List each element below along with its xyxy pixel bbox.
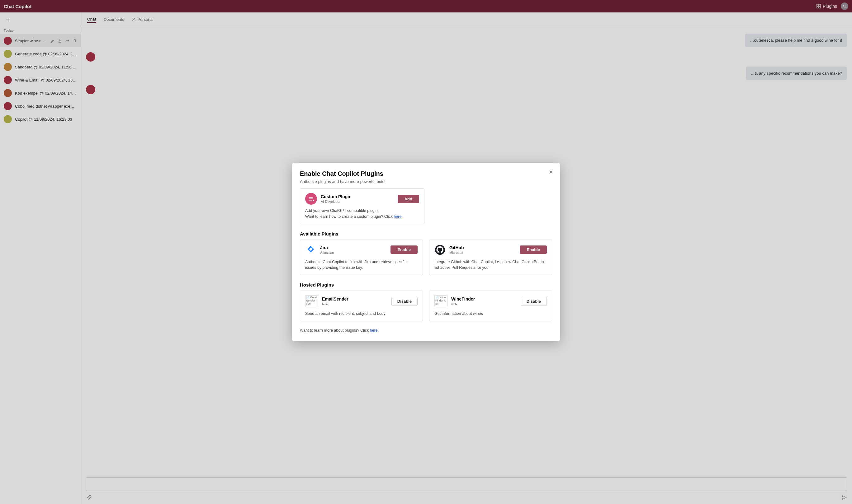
jira-icon (305, 244, 316, 255)
plugin-desc: Integrate Github with Chat Copilot, i.e.… (434, 259, 547, 271)
learn-more-link[interactable]: here (370, 328, 378, 332)
footer-pre: Want to learn more about plugins? Click (300, 328, 370, 332)
plugin-name: WineFinder (451, 296, 517, 302)
svg-point-5 (313, 200, 314, 201)
plugin-publisher: Atlassian (320, 251, 387, 254)
custom-desc-line2-pre: Want to learn how to create a custom plu… (305, 214, 394, 219)
custom-plugin-title: Custom Plugin (321, 194, 394, 199)
custom-desc-line2-post: . (401, 214, 402, 219)
custom-plugin-card: Custom Plugin AI Developer Add Add your … (300, 188, 424, 224)
disable-button[interactable]: Disable (521, 297, 547, 306)
github-icon (434, 244, 446, 255)
plugin-desc: Authorize Chat Copilot to link with Jira… (305, 259, 418, 271)
enable-button[interactable]: Enable (390, 246, 418, 254)
custom-plugin-publisher: AI Developer (321, 200, 394, 203)
plugin-publisher: N/A (322, 302, 388, 306)
modal-overlay[interactable]: Enable Chat Copilot Plugins Authorize pl… (0, 0, 852, 504)
plugin-card: JiraAtlassianEnableAuthorize Chat Copilo… (300, 239, 423, 276)
footer-post: . (378, 328, 379, 332)
plugin-publisher: N/A (451, 302, 517, 306)
plugin-card: 📄 WineFinder iconWineFinderN/ADisableGet… (429, 291, 552, 321)
hosted-plugins-heading: Hosted Plugins (300, 282, 552, 287)
custom-plugin-here-link[interactable]: here (394, 214, 401, 219)
close-icon[interactable] (548, 169, 554, 175)
custom-plugin-icon (305, 193, 317, 205)
custom-plugin-desc: Add your own ChatGPT compatible plugin. … (305, 208, 419, 220)
enable-button[interactable]: Enable (520, 246, 547, 254)
modal-subtitle: Authorize plugins and have more powerful… (300, 179, 552, 184)
custom-desc-line1: Add your own ChatGPT compatible plugin. (305, 209, 379, 213)
plugin-name: Jira (320, 245, 387, 250)
plugin-desc: Get information about wines (434, 311, 547, 317)
plugins-modal: Enable Chat Copilot Plugins Authorize pl… (292, 163, 560, 341)
plugin-name: GitHub (449, 245, 516, 250)
disable-button[interactable]: Disable (392, 297, 418, 306)
modal-title: Enable Chat Copilot Plugins (300, 170, 552, 177)
plugin-name: EmailSender (322, 296, 388, 302)
broken-image-icon: 📄 EmailSender icon (305, 295, 318, 307)
plugin-card: GitHubMicrosoftEnableIntegrate Github wi… (429, 239, 552, 276)
modal-footer: Want to learn more about plugins? Click … (300, 328, 552, 332)
available-plugins-heading: Available Plugins (300, 231, 552, 236)
broken-image-icon: 📄 WineFinder icon (434, 295, 448, 307)
plugin-publisher: Microsoft (449, 251, 516, 254)
add-button[interactable]: Add (398, 195, 419, 203)
plugin-card: 📄 EmailSender iconEmailSenderN/ADisableS… (300, 291, 423, 321)
plugin-desc: Send an email with recipient, subject an… (305, 311, 418, 317)
